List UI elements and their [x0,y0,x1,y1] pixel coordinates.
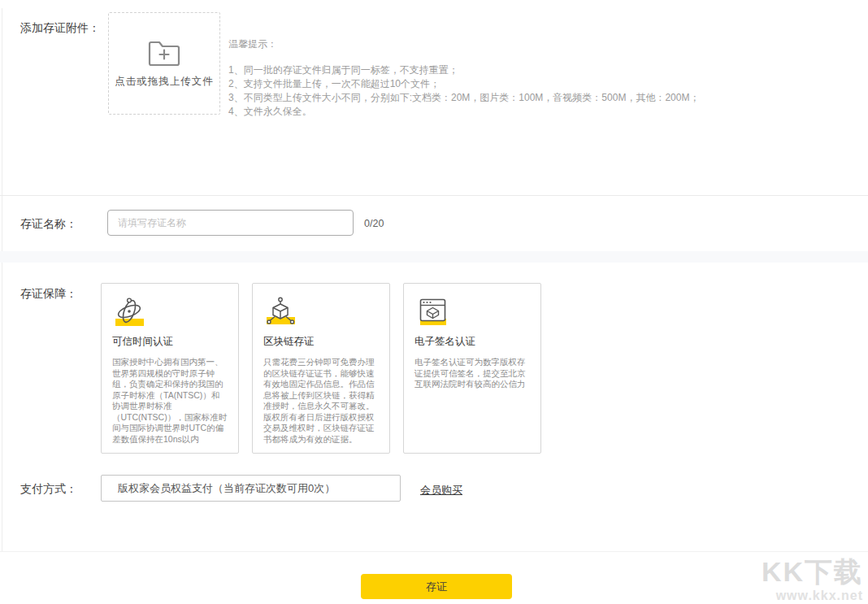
card-title: 区块链存证 [263,335,379,349]
char-counter: 0/20 [364,218,384,229]
watermark-url: www.kkx.net [762,589,863,603]
payment-method-text: 版权家会员权益支付（当前存证次数可用0次） [118,481,335,496]
tip-item: 2、支持文件批量上传，一次不能超过10个文件； [228,77,699,91]
evidence-deposit-page: 添加存证附件： 点击或拖拽上传文件 温馨提示： 1、同一批的存证文件归属于同一标… [0,0,868,604]
tip-item: 3、不同类型上传文件大小不同，分别如下:文档类：20M，图片类：100M，音视频… [228,91,699,105]
watermark-title: KK下载 [762,556,863,587]
card-title: 可信时间认证 [112,335,228,349]
upload-dropzone-text: 点击或拖拽上传文件 [115,75,214,89]
payment-method-box[interactable]: 版权家会员权益支付（当前存证次数可用0次） [101,475,401,502]
blockchain-cube-icon [263,296,379,330]
tips-block: 温馨提示： 1、同一批的存证文件归属于同一标签，不支持重置； 2、支持文件批量上… [228,37,699,119]
member-purchase-link[interactable]: 会员购买 [420,483,462,498]
folder-plus-icon [147,39,181,67]
signature-window-icon [414,296,530,330]
section-divider [0,195,868,196]
tip-item: 1、同一批的存证文件归属于同一标签，不支持重置； [228,63,699,77]
guarantee-cards: 可信时间认证 国家授时中心拥有国内第一、世界第四规模的守时原子钟组，负责确定和保… [101,283,541,454]
submit-button[interactable]: 存证 [361,574,512,599]
card-title: 电子签名认证 [414,335,530,349]
card-body: 只需花费三分钟即可免费办理的区块链存证证书，能够快速有效地固定作品信息。作品信息… [263,357,379,445]
card-body: 电子签名认证可为数字版权存证提供可信签名，提交至北京互联网法院时有较高的公信力 [414,357,530,390]
card-body: 国家授时中心拥有国内第一、世界第四规模的守时原子钟组，负责确定和保持的我国的原子… [112,357,228,445]
attachment-label: 添加存证附件： [20,21,100,36]
tip-item: 4、文件永久保全。 [228,105,699,119]
section-separator-band [0,251,868,263]
footer-divider [0,551,868,552]
evidence-name-input[interactable] [107,210,354,236]
guarantee-label: 存证保障： [20,287,77,302]
panel-left-border [2,8,2,551]
evidence-name-label: 存证名称： [20,217,77,232]
upload-dropzone[interactable]: 点击或拖拽上传文件 [108,12,220,115]
tips-title: 温馨提示： [228,37,699,51]
site-watermark: KK下载 www.kkx.net [762,556,863,603]
guarantee-card-blockchain: 区块链存证 只需花费三分钟即可免费办理的区块链存证证书，能够快速有效地固定作品信… [252,283,390,454]
gyroscope-time-icon [112,296,228,330]
guarantee-card-esignature: 电子签名认证 电子签名认证可为数字版权存证提供可信签名，提交至北京互联网法院时有… [403,283,541,454]
guarantee-card-trusted-time: 可信时间认证 国家授时中心拥有国内第一、世界第四规模的守时原子钟组，负责确定和保… [101,283,239,454]
payment-method-label: 支付方式： [20,482,77,497]
